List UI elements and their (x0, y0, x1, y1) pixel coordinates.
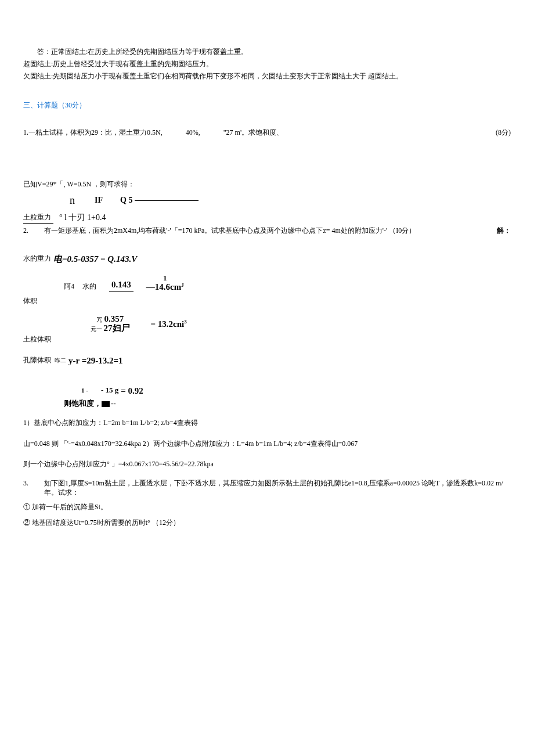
wv-seg2: 水的 (82, 281, 96, 292)
known-line: 已知V=29*「, W=0.5N ，则可求得： (23, 179, 511, 190)
para-result-1: 山=0.048 则 「'-=4x0.048x170=32.64kpa 2）两个边… (23, 438, 511, 449)
q3-item-b: ② 地基固结度达Ut=0.75时所需要的历时t° （12分） (23, 517, 511, 528)
eq1-bot: ° l 十刃 1+0.4 (57, 211, 106, 224)
sv-v2: 27妇尸 (104, 323, 130, 333)
pv-label: 孔隙体积 (23, 355, 51, 366)
soil-volume-block: 冗 0.357 元一 27妇尸 = 13.2cni3 土粒体积 (23, 315, 511, 345)
sat-label2: ，-- (94, 398, 116, 410)
ww-label: 水的重力 (23, 253, 51, 264)
q1-seg1: 1.一粘土试样，体积为29：比，湿土重力0.5N, (23, 127, 163, 138)
sv-pre1: 冗 (96, 316, 102, 323)
pv-pre: 咋二 (55, 356, 66, 365)
black-box-icon (102, 401, 110, 407)
wv-label: 体积 (23, 296, 511, 307)
eq1-overline (135, 200, 199, 201)
q3-num: 3. (23, 479, 34, 488)
answer-line-3: 欠固结土:先期固结压力小于现有覆盖土重它们在相同荷载作用下变形不相同，欠固结土变… (23, 71, 511, 82)
eq1-q5: Q 5 (120, 194, 132, 207)
eq1-label: 土粒重力 (23, 212, 53, 224)
question-2-row: 2. 有一矩形基底，面积为2mX4m,均布荷载'-'「=170 kPa。试求基底… (23, 226, 511, 236)
q3-item-a: ① 加荷一年后的沉降量St。 (23, 502, 511, 513)
question-3-row: 3. 如下图1,厚度S=10m黏土层，上覆透水层，下卧不透水层，其压缩应力如图所… (23, 479, 511, 497)
wv-result: 1 —14.6cmJ (146, 274, 184, 292)
wv-seg3: 0.143 (109, 278, 134, 292)
para-base-center: 1）基底中心点附加应力：L=2m b=1m L/b=2; z/b=4查表得 (23, 417, 511, 429)
answer-line-2: 超固结土:历史上曾经受过大于现有覆盖土重的先期固结压力。 (23, 59, 511, 70)
sat-label1: 则饱和度 (64, 398, 94, 410)
sv-label: 土粒体积 (23, 334, 511, 345)
question-1-row: 1.一粘土试样，体积为29：比，湿土重力0.5N, 40%, "27 m'。求饱… (23, 127, 511, 138)
q2-body: 有一矩形基底，面积为2mX4m,均布荷载'-'「=170 kPa。试求基底中心点… (34, 226, 493, 236)
para-result-2: 则一个边缘中心点附加应力° 」=4x0.067x170=45.56/2=22.7… (23, 459, 511, 470)
section-3-title: 三、计算题（30分） (23, 100, 511, 111)
wv-seg4: —14.6cm (146, 282, 181, 291)
q2-end: 解： (497, 226, 511, 236)
water-volume-block: 阿4 水的 0.143 1 —14.6cmJ 体积 (23, 274, 511, 307)
equation-1-top: n IF Q 5 (23, 192, 511, 209)
wv-sup: J (181, 282, 184, 288)
sv-v1: 0.357 (104, 314, 124, 323)
q2-num: 2. (23, 226, 34, 236)
sv-frac: 冗 0.357 元一 27妇尸 (91, 315, 130, 333)
sv-eq: = 13.2cni3 (151, 317, 187, 331)
equation-1-bottom: 土粒重力 ° l 十刃 1+0.4 (23, 211, 511, 224)
q3-body: 如下图1,厚度S=10m黏土层，上覆透水层，下卧不透水层，其压缩应力如图所示黏土… (34, 479, 511, 497)
sat-pre2: - 15 g (101, 384, 118, 397)
answer-line-1: 答：正常固结土:在历史上所经受的先期固结压力等于现有覆盖土重。 (23, 46, 511, 57)
wv-sup-pre: 1 (163, 274, 167, 282)
wv-seg1: 阿4 (64, 281, 74, 292)
sat-eq: = 0.92 (121, 384, 143, 398)
q1-seg3: "27 m'。求饱和度、 (223, 127, 283, 138)
sat-pre1: 1 - (81, 386, 88, 396)
q1-seg2: 40%, (186, 127, 200, 138)
ww-eq: 电=0.5-0357 = Q.143.V (53, 252, 137, 266)
water-weight-block: 水的重力 电=0.5-0357 = Q.143.V (23, 252, 511, 266)
eq1-if: IF (95, 194, 103, 207)
q1-points: (8分) (496, 127, 511, 138)
pore-volume-block: 孔隙体积 咋二 y-r =29-13.2=1 (23, 354, 511, 368)
eq1-n: n (58, 192, 77, 209)
saturation-block: 1 - - 15 g = 0.92 则饱和度 ，-- (23, 384, 511, 410)
sv-pre2: 元一 (91, 326, 102, 332)
pv-eq: y-r =29-13.2=1 (68, 354, 122, 368)
